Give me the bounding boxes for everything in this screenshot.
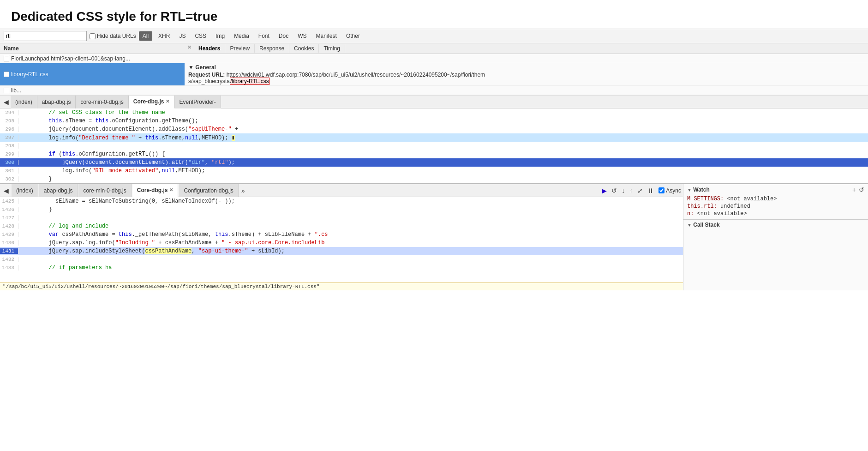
- bottom-code-text-1428: // log and include: [22, 223, 683, 229]
- code-line-302: 302 }: [0, 175, 868, 183]
- code-text-295: this.sTheme = this.oConfiguration.getThe…: [22, 118, 868, 124]
- bottom-panel-nav-left[interactable]: ◀: [2, 186, 11, 195]
- bottom-code-line-1426: 1426 }: [0, 205, 683, 214]
- watch-add-btn[interactable]: +: [852, 186, 856, 193]
- code-text-300: jQuery(document.documentElement).attr("d…: [22, 159, 868, 166]
- dbg-pause-btn[interactable]: ⏸: [646, 186, 656, 195]
- filter-ws-btn[interactable]: WS: [294, 32, 310, 40]
- bottom-code-line-1431: 1431 jQuery.sap.includeStyleSheet(cssPat…: [0, 247, 683, 255]
- dbg-deactivate-btn[interactable]: ⤢: [635, 186, 645, 195]
- network-row-name: FioriLaunchpad.html?sap-client=001&sap-l…: [0, 54, 185, 63]
- upper-tab-core-dbg-close[interactable]: ✕: [166, 99, 169, 104]
- bottom-code-line-1428: 1428 // log and include: [0, 222, 683, 230]
- bottom-code-text-1430: jQuery.sap.log.info("Including " + cssPa…: [22, 240, 683, 246]
- network-row-selected[interactable]: library-RTL.css ▼ General Request URL: h…: [0, 63, 868, 86]
- filter-js-btn[interactable]: JS: [176, 32, 189, 40]
- line-num-301: 301: [0, 168, 18, 174]
- watch-item-1: this.rtl: undefined: [687, 203, 864, 210]
- network-tab-preview[interactable]: Preview: [225, 44, 255, 53]
- dbg-stepout-btn[interactable]: ↑: [628, 186, 635, 195]
- filter-doc-btn[interactable]: Doc: [275, 32, 292, 40]
- bottom-tab-abap[interactable]: abap-dbg.js: [39, 184, 78, 197]
- hide-data-urls-checkbox[interactable]: [90, 33, 96, 39]
- file-icon: [4, 72, 9, 77]
- network-tab-response[interactable]: Response: [255, 44, 289, 53]
- code-panels: ◀ (index) abap-dbg.js core-min-0-dbg.js …: [0, 96, 868, 290]
- bottom-line-num-1430: 1430: [0, 240, 18, 246]
- watch-item-0-val: <not available>: [727, 196, 777, 202]
- code-text-297: log.info("Declared theme " + this.sTheme…: [22, 134, 868, 141]
- watch-refresh-btn[interactable]: ↺: [859, 186, 864, 193]
- network-tab-headers[interactable]: Headers: [194, 44, 225, 53]
- watch-expand-icon[interactable]: ▼: [687, 187, 692, 192]
- code-line-300: 300 jQuery(document.documentElement).att…: [0, 158, 868, 167]
- bottom-code: ◀ (index) abap-dbg.js core-min-0-dbg.js …: [0, 184, 683, 290]
- network-col-close[interactable]: ✕: [185, 44, 194, 53]
- network-row[interactable]: FioriLaunchpad.html?sap-client=001&sap-l…: [0, 54, 868, 63]
- bottom-code-line-1429: 1429 var cssPathAndName = this._getTheme…: [0, 230, 683, 239]
- network-panel: Hide data URLs All XHR JS CSS Img Media …: [0, 29, 868, 96]
- upper-code-panel-tabs: ◀ (index) abap-dbg.js core-min-0-dbg.js …: [0, 96, 868, 108]
- code-text-296: jQuery(document.documentElement).addClas…: [22, 126, 868, 132]
- more-tabs-btn[interactable]: »: [239, 186, 247, 195]
- network-table-header: Name ✕ Headers Preview Response Cookies …: [0, 43, 868, 54]
- request-url-prefix: https://wdciw01.wdf.sap.corp:7080/sap/bc…: [227, 72, 485, 78]
- request-url-suffix: s/sap_bluecrysta: [188, 78, 230, 84]
- bottom-line-num-1427: 1427: [0, 215, 18, 221]
- bottom-tab-core-dbg-close[interactable]: ✕: [169, 187, 173, 192]
- callstack-expand-icon[interactable]: ▼: [687, 222, 692, 228]
- watch-header-actions: + ↺: [852, 186, 864, 193]
- bottom-line-num-1432: 1432: [0, 257, 18, 262]
- network-row-3[interactable]: lib...: [0, 86, 868, 95]
- network-toolbar: Hide data URLs All XHR JS CSS Img Media …: [0, 29, 868, 43]
- code-text-294: // set CSS class for the theme name: [22, 109, 868, 116]
- filter-xhr-btn[interactable]: XHR: [155, 32, 173, 40]
- upper-code-panel: ◀ (index) abap-dbg.js core-min-0-dbg.js …: [0, 96, 868, 184]
- watch-item-1-val: undefined: [720, 203, 750, 210]
- network-table: Name ✕ Headers Preview Response Cookies …: [0, 43, 868, 95]
- network-tab-cookies[interactable]: Cookies: [289, 44, 319, 53]
- hide-data-urls-label[interactable]: Hide data URLs: [90, 33, 136, 39]
- filter-img-btn[interactable]: Img: [212, 32, 228, 40]
- bottom-tab-coremin[interactable]: core-min-0-dbg.js: [78, 184, 131, 197]
- dbg-stepinto-btn[interactable]: ↓: [620, 186, 627, 195]
- upper-tab-index[interactable]: (index): [11, 96, 37, 108]
- bottom-line-num-1431: 1431: [0, 248, 18, 254]
- upper-tab-abap[interactable]: abap-dbg.js: [37, 96, 76, 108]
- bottom-tab-core-dbg[interactable]: Core-dbg.js ✕: [132, 184, 179, 197]
- bottom-code-text-1425: sElName = sElNameToSubstring(0, sElNameT…: [22, 198, 683, 204]
- network-row-name-3: lib...: [0, 86, 185, 95]
- upper-tab-eventprovider[interactable]: EventProvider-: [174, 96, 221, 108]
- upper-tab-coremin[interactable]: core-min-0-dbg.js: [76, 96, 128, 108]
- filter-manifest-btn[interactable]: Manifest: [313, 32, 340, 40]
- bottom-code-text-1433: // if parameters ha: [22, 265, 683, 271]
- code-line-294: 294 // set CSS class for the theme name: [0, 108, 868, 117]
- async-checkbox[interactable]: [658, 187, 664, 193]
- dbg-stepover-btn[interactable]: ↺: [610, 186, 619, 195]
- bottom-tab-config[interactable]: Configuration-dbg.js: [179, 184, 238, 197]
- filter-all-btn[interactable]: All: [139, 31, 152, 41]
- bottom-line-num-1425: 1425: [0, 198, 18, 204]
- line-num-300: 300: [0, 160, 18, 165]
- request-url: Request URL: https://wdciw01.wdf.sap.cor…: [188, 72, 864, 78]
- watch-item-0: M SETTINGS: <not available>: [687, 195, 864, 203]
- bottom-line-num-1426: 1426: [0, 207, 18, 212]
- line-num-297: 297: [0, 135, 18, 140]
- file-icon-3: [4, 88, 9, 93]
- general-section: ▼ General: [188, 64, 864, 71]
- watch-item-2: n: <not available>: [687, 210, 864, 217]
- filter-css-btn[interactable]: CSS: [192, 32, 210, 40]
- upper-tab-core-dbg[interactable]: Core-dbg.js ✕: [129, 96, 175, 108]
- filter-media-btn[interactable]: Media: [231, 32, 252, 40]
- bottom-tab-index[interactable]: (index): [12, 184, 38, 197]
- bottom-code-text-1429: var cssPathAndName = this._getThemePath(…: [22, 231, 683, 238]
- filter-font-btn[interactable]: Font: [255, 32, 273, 40]
- filter-other-btn[interactable]: Other: [343, 32, 363, 40]
- async-checkbox-label[interactable]: Async: [658, 187, 681, 194]
- code-line-296: 296 jQuery(document.documentElement).add…: [0, 125, 868, 133]
- dbg-resume-btn[interactable]: ▶: [600, 186, 609, 195]
- upper-panel-nav-left[interactable]: ◀: [2, 97, 11, 107]
- network-search-input[interactable]: [4, 31, 87, 41]
- watch-item-0-key: M SETTINGS:: [687, 196, 727, 202]
- network-tab-timing[interactable]: Timing: [319, 44, 345, 53]
